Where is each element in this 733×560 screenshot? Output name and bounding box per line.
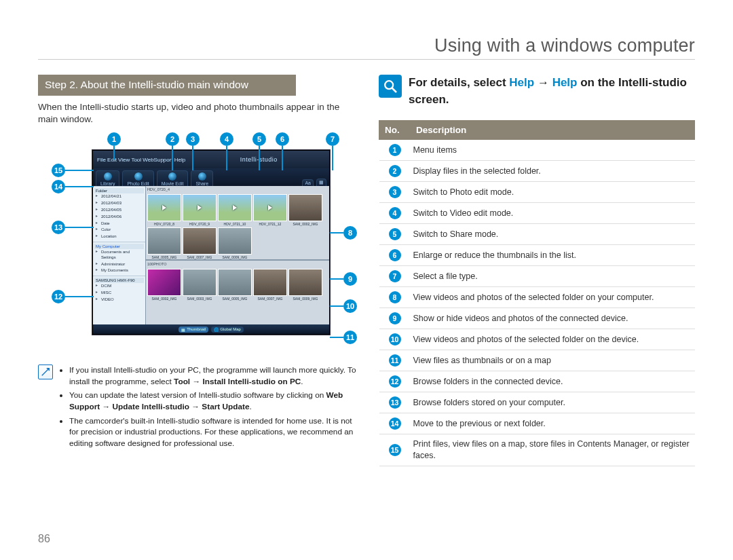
help-hint: For details, select Help → Help on the I…	[379, 75, 695, 108]
page-number: 86	[38, 533, 50, 545]
callout-marker-4: 4	[220, 132, 233, 146]
table-row: 13Browse folders stored on your computer…	[379, 392, 695, 413]
app-menubar: File Edit View Tool WebSupport Help Inte…	[93, 151, 329, 168]
row-number-badge: 7	[389, 270, 401, 282]
row-number-badge: 8	[389, 291, 401, 303]
callout-marker-10: 10	[343, 299, 357, 313]
row-number-badge: 11	[389, 354, 401, 367]
callout-marker-8: 8	[343, 226, 357, 240]
left-column: Step 2. About the Intelli-studio main wi…	[38, 75, 357, 466]
callout-leader	[330, 232, 343, 234]
callout-leader	[65, 296, 94, 297]
callout-leader	[259, 146, 260, 170]
callout-marker-3: 3	[186, 132, 200, 146]
row-number-badge: 15	[389, 444, 401, 456]
magnifier-icon	[379, 75, 402, 98]
row-number-badge: 14	[389, 417, 401, 430]
right-column: For details, select Help → Help on the I…	[379, 75, 695, 466]
table-row: 8View videos and photos of the selected …	[379, 287, 695, 308]
view-thumbnail-chip: ▦Thumbnail	[178, 326, 208, 333]
row-desc: View videos and photos of the selected f…	[411, 287, 695, 308]
table-row: 3Switch to Photo edit mode.	[379, 182, 695, 203]
table-row: 6Enlarge or reduce the thumbnails in the…	[379, 245, 695, 266]
row-number-badge: 12	[389, 375, 401, 388]
row-number-badge: 6	[389, 249, 401, 261]
callout-marker-13: 13	[52, 221, 65, 234]
row-desc: Switch to Video edit mode.	[411, 203, 695, 224]
svg-line-1	[392, 88, 396, 92]
chapter-title: Using with a windows computer	[38, 35, 695, 60]
row-desc: Enlarge or reduce the thumbnails in the …	[411, 245, 695, 266]
callout-marker-9: 9	[343, 272, 357, 286]
tab-movie-edit: Movie Edit	[157, 170, 189, 186]
toolbar-button: Aa	[302, 179, 314, 186]
intro-paragraph: When the Intelli-studio starts up, video…	[38, 101, 357, 126]
row-number-badge: 5	[389, 228, 401, 240]
callout-marker-14: 14	[52, 180, 65, 193]
col-header-no: No.	[379, 121, 411, 140]
view-map-chip: 🌐Global Map	[211, 326, 244, 333]
table-row: 9Show or hide videos and photos of the c…	[379, 308, 695, 329]
callout-marker-12: 12	[52, 290, 65, 303]
intelli-studio-window: File Edit View Tool WebSupport Help Inte…	[92, 150, 330, 335]
table-row: 1Menu items	[379, 140, 695, 161]
row-number-badge: 9	[389, 312, 401, 324]
callout-marker-15: 15	[52, 164, 65, 177]
row-number-badge: 3	[389, 186, 401, 198]
callout-leader	[192, 146, 193, 170]
callout-leader	[282, 146, 283, 170]
callout-marker-2: 2	[166, 132, 179, 146]
callout-leader	[332, 146, 333, 170]
row-desc: Switch to Photo edit mode.	[411, 182, 695, 203]
row-desc: View videos and photos of the selected f…	[411, 329, 695, 350]
row-desc: Menu items	[411, 140, 695, 161]
sidebar-pane: Folder 2012/04/21 2012/04/03 2012/04/05 …	[93, 186, 146, 324]
help-hint-text: For details, select Help → Help on the I…	[409, 75, 695, 108]
annotated-screenshot: File Edit View Tool WebSupport Help Inte…	[38, 132, 357, 356]
row-desc: Display files in the selected folder.	[411, 161, 695, 182]
note-icon	[38, 365, 53, 379]
row-number-badge: 2	[389, 165, 401, 177]
row-desc: Browse folders stored on your computer.	[411, 392, 695, 413]
row-desc: Print files, view files on a map, store …	[411, 434, 695, 466]
tab-photo-edit: Photo Edit	[122, 170, 153, 186]
row-number-badge: 4	[389, 207, 401, 219]
callout-marker-6: 6	[276, 132, 289, 146]
table-row: 4Switch to Video edit mode.	[379, 203, 695, 224]
callout-leader	[113, 146, 115, 160]
callout-marker-7: 7	[326, 132, 339, 146]
callout-leader	[172, 146, 173, 170]
note-item: You can update the latest version of Int…	[69, 390, 357, 412]
table-row: 12Browse folders in the connected device…	[379, 371, 695, 392]
row-desc: Show or hide videos and photos of the co…	[411, 308, 695, 329]
tab-library: Library	[96, 170, 119, 186]
table-row: 11View files as thumbnails or on a map	[379, 350, 695, 371]
row-desc: Switch to Share mode.	[411, 224, 695, 245]
table-row: 2Display files in the selected folder.	[379, 161, 695, 182]
callout-marker-5: 5	[252, 132, 266, 146]
callout-marker-11: 11	[343, 331, 357, 344]
note-item: The camcorder's built-in Intelli-studio …	[69, 415, 357, 449]
step-heading-bar: Step 2. About the Intelli-studio main wi…	[38, 75, 296, 96]
note-bullets: If you install Intelli-studio on your PC…	[58, 365, 357, 451]
note-block: If you install Intelli-studio on your PC…	[38, 365, 357, 451]
two-column-layout: Step 2. About the Intelli-studio main wi…	[38, 75, 695, 466]
content-pane: HDV_0720_4 HDV_0720_8 HDV_0720_9 HDV_072…	[146, 186, 329, 324]
table-row: 14Move to the previous or next folder.	[379, 413, 695, 434]
toolbar-button: ▦	[316, 179, 326, 186]
app-mode-tabs: Library Photo Edit Movie Edit Share Aa ▦	[93, 168, 329, 186]
callout-leader	[65, 227, 94, 228]
table-row: 15Print files, view files on a map, stor…	[379, 434, 695, 466]
app-status-bar: ▦Thumbnail 🌐Global Map	[93, 324, 329, 334]
row-number-badge: 1	[389, 144, 401, 156]
row-desc: Move to the previous or next folder.	[411, 413, 695, 434]
row-desc: View files as thumbnails or on a map	[411, 350, 695, 371]
row-desc: Select a file type.	[411, 266, 695, 287]
callout-leader	[65, 170, 94, 171]
note-item: If you install Intelli-studio on your PC…	[69, 365, 357, 387]
callout-leader	[65, 186, 94, 187]
tab-share: Share	[191, 170, 213, 186]
row-desc: Browse folders in the connected device.	[411, 371, 695, 392]
row-number-badge: 10	[389, 333, 401, 346]
callout-leader	[226, 146, 227, 170]
